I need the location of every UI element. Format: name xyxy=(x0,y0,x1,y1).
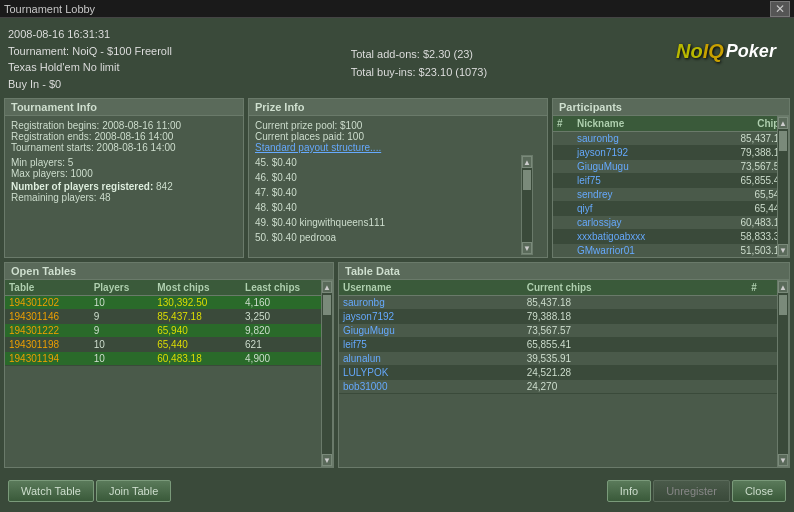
prize-list: 45. $0.4046. $0.4047. $0.4048. $0.4049. … xyxy=(255,155,533,245)
participants-scrollbar[interactable]: ▲ ▼ xyxy=(777,116,789,257)
table-row[interactable]: bob31000 24,270 xyxy=(339,380,789,394)
header-addons: Total add-ons: $2.30 (23) xyxy=(351,46,487,64)
players-cell: 9 xyxy=(90,324,154,338)
table-row[interactable]: sauronbg 85,437.18 xyxy=(339,296,789,310)
rank-cell xyxy=(553,146,573,160)
scroll-thumb[interactable] xyxy=(523,170,531,190)
bottom-section: Open Tables Table Players Most chips Lea… xyxy=(4,262,790,468)
min-players: Min players: 5 xyxy=(11,157,237,168)
remaining-row: Remaining players: 48 xyxy=(11,192,237,203)
table-row[interactable]: leif75 65,855.41 xyxy=(339,338,789,352)
table-data-scroll-thumb[interactable] xyxy=(779,295,787,315)
table-data-scroll-up[interactable]: ▲ xyxy=(778,281,788,293)
remaining-label: Remaining players: xyxy=(11,192,97,203)
table-data-scroll: Username Current chips # sauronbg 85,437… xyxy=(339,280,789,467)
close-window-button[interactable]: ✕ xyxy=(770,1,790,17)
chips-cell: 60,483.18 xyxy=(701,216,789,230)
table-row[interactable]: 194301198 10 65,440 621 xyxy=(5,338,333,352)
open-tables-scroll-up[interactable]: ▲ xyxy=(322,281,332,293)
unregister-button[interactable]: Unregister xyxy=(653,480,730,502)
chips-cell: 79,388.18 xyxy=(523,310,748,324)
scroll-down-btn[interactable]: ▼ xyxy=(522,242,532,254)
title-bar-text: Tournament Lobby xyxy=(4,3,95,15)
col-table: Table xyxy=(5,280,90,296)
tour-starts: Tournament starts: 2008-08-16 14:00 xyxy=(11,142,237,153)
bottom-right-buttons: Info Unregister Close xyxy=(607,480,786,502)
players-cell: 10 xyxy=(90,338,154,352)
chips-cell: 65,855.41 xyxy=(701,174,789,188)
middle-section: Tournament Info Registration begins: 200… xyxy=(4,98,790,258)
table-row[interactable]: LULYPOK 24,521.28 xyxy=(339,366,789,380)
table-row[interactable]: sauronbg 85,437.18 xyxy=(553,132,789,146)
scroll-up-btn[interactable]: ▲ xyxy=(522,156,532,168)
chips-cell: 24,270 xyxy=(523,380,748,394)
table-row[interactable]: 194301194 10 60,483.18 4,900 xyxy=(5,352,333,366)
participants-scroll-up[interactable]: ▲ xyxy=(778,117,788,129)
most-chips-cell: 65,940 xyxy=(153,324,241,338)
table-data-header: Table Data xyxy=(339,263,789,280)
table-data-scroll-down[interactable]: ▼ xyxy=(778,454,788,466)
username-cell: sauronbg xyxy=(339,296,523,310)
join-table-button[interactable]: Join Table xyxy=(96,480,171,502)
nickname-cell: xxxbatigoabxxx xyxy=(573,230,701,244)
table-row[interactable]: GiuguMugu 73,567.57 xyxy=(553,160,789,174)
header-section: 2008-08-16 16:31:31 Tournament: NoiQ - $… xyxy=(4,22,790,94)
table-row[interactable]: jayson7192 79,388.18 xyxy=(553,146,789,160)
list-item: 49. $0.40 kingwithqueens111 xyxy=(255,215,533,230)
chips-cell: 65,540 xyxy=(701,188,789,202)
table-row[interactable]: GMwarrior01 51,503.10 xyxy=(553,244,789,258)
least-chips-cell: 3,250 xyxy=(241,310,333,324)
rank-cell xyxy=(553,132,573,146)
table-row[interactable]: 194301146 9 85,437.18 3,250 xyxy=(5,310,333,324)
main-container: 2008-08-16 16:31:31 Tournament: NoiQ - $… xyxy=(0,18,794,512)
list-item: 46. $0.40 xyxy=(255,170,533,185)
nickname-cell: leif75 xyxy=(573,174,701,188)
open-tables-scroll-track xyxy=(323,293,331,454)
header-tournament: Tournament: NoiQ - $100 Freeroll xyxy=(8,43,172,60)
table-row[interactable]: leif75 65,855.41 xyxy=(553,174,789,188)
table-row[interactable]: GiuguMugu 73,567.57 xyxy=(339,324,789,338)
table-data-body: Username Current chips # sauronbg 85,437… xyxy=(339,280,789,467)
players-cell: 10 xyxy=(90,352,154,366)
rank-cell xyxy=(553,216,573,230)
open-tables-scrollbar[interactable]: ▲ ▼ xyxy=(321,280,333,467)
watch-table-button[interactable]: Watch Table xyxy=(8,480,94,502)
open-tables-scroll-thumb[interactable] xyxy=(323,295,331,315)
prize-info-panel: Prize Info Current prize pool: $100 Curr… xyxy=(248,98,548,258)
table-data-scrollbar[interactable]: ▲ ▼ xyxy=(777,280,789,467)
participants-scroll-down[interactable]: ▼ xyxy=(778,244,788,256)
open-tables-table: Table Players Most chips Least chips 194… xyxy=(5,280,333,366)
participants-scroll-thumb[interactable] xyxy=(779,131,787,151)
nickname-cell: jayson7192 xyxy=(573,146,701,160)
standard-payout-link[interactable]: Standard payout structure.... xyxy=(255,142,533,153)
rank-cell xyxy=(553,244,573,258)
chips-cell: 65,855.41 xyxy=(523,338,748,352)
players-cell: 9 xyxy=(90,310,154,324)
col-username: Username xyxy=(339,280,523,296)
prize-scrollbar[interactable]: ▲ ▼ xyxy=(521,155,533,255)
max-players: Max players: 1000 xyxy=(11,168,237,179)
participants-header: Participants xyxy=(553,99,789,116)
most-chips-cell: 85,437.18 xyxy=(153,310,241,324)
table-row[interactable]: 194301202 10 130,392.50 4,160 xyxy=(5,296,333,310)
header-logo: NoIQ Poker xyxy=(666,26,786,76)
num-registered-row: Number of players registered: 842 xyxy=(11,181,237,192)
table-row[interactable]: alunalun 39,535.91 xyxy=(339,352,789,366)
rank-cell xyxy=(553,174,573,188)
chips-cell: 73,567.57 xyxy=(523,324,748,338)
prize-info-body: Current prize pool: $100 Current places … xyxy=(249,116,547,259)
open-tables-body: Table Players Most chips Least chips 194… xyxy=(5,280,333,467)
table-row[interactable]: qiyf 65,440 xyxy=(553,202,789,216)
table-row[interactable]: carlossjay 60,483.18 xyxy=(553,216,789,230)
close-button[interactable]: Close xyxy=(732,480,786,502)
chips-cell: 24,521.28 xyxy=(523,366,748,380)
participants-scroll: # Nickname Chips sauronbg 85,437.18 jays… xyxy=(553,116,789,257)
table-row[interactable]: jayson7192 79,388.18 xyxy=(339,310,789,324)
info-button[interactable]: Info xyxy=(607,480,651,502)
table-data-scroll-track xyxy=(779,293,787,454)
open-tables-scroll-down[interactable]: ▼ xyxy=(322,454,332,466)
table-row[interactable]: sendrey 65,540 xyxy=(553,188,789,202)
chips-cell: 58,833.30 xyxy=(701,230,789,244)
table-row[interactable]: xxxbatigoabxxx 58,833.30 xyxy=(553,230,789,244)
table-row[interactable]: 194301222 9 65,940 9,820 xyxy=(5,324,333,338)
